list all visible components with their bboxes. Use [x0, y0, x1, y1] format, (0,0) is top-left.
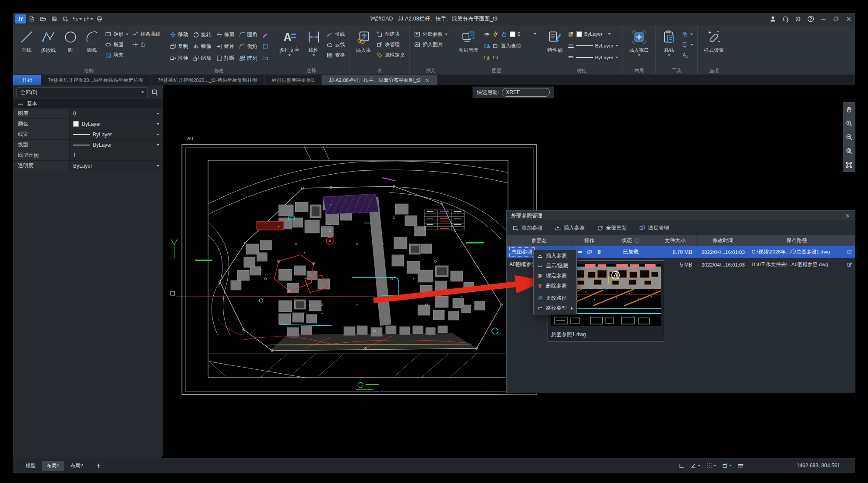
close-button[interactable] [842, 14, 855, 24]
fillet-button[interactable]: 圆角 [239, 29, 258, 40]
ellipse-button[interactable]: 椭圆 [105, 40, 128, 49]
dialog-close-icon[interactable] [845, 213, 851, 219]
delete-trash-icon[interactable] [596, 249, 602, 255]
layer-freeze-icon[interactable] [492, 54, 499, 61]
column-path[interactable]: 保存路径 [750, 235, 844, 246]
menu-show-hide[interactable]: 显示/隐藏 [534, 261, 576, 271]
tab-layout1[interactable]: 布局1 [42, 461, 64, 471]
layer-manager-button[interactable]: 图层管理 [457, 27, 480, 68]
polyline-button[interactable]: 多段线 [39, 27, 58, 68]
menu-lines-icon[interactable] [737, 463, 744, 469]
match-properties-button[interactable]: 特性刷 [545, 27, 564, 68]
undo-button[interactable] [71, 14, 82, 24]
column-ops[interactable]: 操作 [572, 235, 608, 246]
paste-button[interactable]: 粘贴 [660, 27, 678, 68]
layer-dropdown-caret[interactable] [534, 33, 536, 35]
restore-button[interactable] [830, 14, 842, 24]
menu-change-path[interactable]: 更改路径 [534, 293, 576, 303]
visibility-eye-icon[interactable] [577, 249, 583, 255]
bind-icon[interactable] [587, 249, 592, 255]
attribute-def-button[interactable]: 属性定义 [376, 51, 405, 60]
xref-button[interactable]: 外部参照 [414, 30, 447, 39]
zoom-extents-icon[interactable] [845, 161, 853, 169]
create-block-button[interactable]: 创建块 [376, 30, 405, 39]
column-modified[interactable]: 修改时间 [696, 235, 750, 246]
cut-clip-button[interactable] [682, 40, 693, 49]
open-file-button[interactable] [37, 14, 48, 24]
menu-path-type[interactable]: 路径类型 [534, 303, 576, 313]
column-status[interactable]: 状态 [607, 235, 654, 246]
tab-layout2[interactable]: 布局2 [65, 461, 87, 471]
tab-doc4-current[interactable]: JJ-A2.08栏杆、扶手、绿篱分布平面图_t3 [322, 75, 437, 85]
layer-value-dropdown[interactable]: 0 [70, 108, 163, 118]
column-size[interactable]: 文件大小 [654, 235, 696, 246]
add-reference-button[interactable]: 添加参照 [512, 224, 542, 232]
save-button[interactable] [48, 14, 60, 24]
scale-button[interactable]: 缩放 [193, 53, 212, 64]
print-button[interactable] [94, 14, 105, 24]
color-value-dropdown[interactable]: ByLayer [70, 119, 163, 129]
extend-button[interactable]: 延伸 [216, 41, 235, 52]
layer-lock-icon[interactable] [501, 31, 508, 37]
edit-path-icon[interactable] [847, 249, 852, 255]
transparency-value-dropdown[interactable]: ByLayer [70, 161, 163, 171]
new-file-button[interactable] [26, 14, 37, 24]
zoom-out-icon[interactable] [845, 133, 853, 141]
find-text-button[interactable] [682, 51, 693, 60]
update-all-button[interactable]: 全部更新 [597, 224, 627, 232]
menu-insert-reference[interactable]: 插入参照 [534, 251, 576, 261]
insert-viewport-button[interactable]: 插入视口 [627, 27, 651, 68]
hatch-button[interactable]: 填充 [105, 51, 128, 60]
column-name[interactable]: 参照名 [507, 235, 572, 246]
circle-button[interactable]: 圆 [61, 27, 80, 68]
color-control[interactable]: ByLayer [568, 29, 618, 39]
insert-block-button[interactable]: 插入块 [354, 27, 373, 68]
revcloud-button[interactable]: 云线 [326, 40, 345, 49]
tab-doc3[interactable]: 标准层照明平面图1 [265, 75, 322, 85]
move-button[interactable]: 移动 [170, 29, 188, 40]
help-icon[interactable] [804, 14, 817, 24]
spline-button[interactable]: 样条曲线 [132, 30, 161, 39]
table-button[interactable]: 表格 [326, 51, 345, 60]
rotate-button[interactable]: 旋转 [193, 29, 212, 40]
layer-walk-icon[interactable] [484, 54, 490, 61]
menu-bind-reference[interactable]: 绑定参照 [534, 271, 576, 281]
menu-delete-reference[interactable]: 删除参照 [534, 281, 576, 291]
linetype-value-dropdown[interactable]: ByLayer [70, 140, 163, 150]
polar-tracking-icon[interactable] [690, 463, 700, 469]
lineweight-control[interactable]: ByLayer [568, 41, 618, 51]
rectangle-button[interactable]: 矩形 [105, 30, 128, 39]
point-button[interactable]: 点 [132, 40, 161, 49]
copy-button[interactable]: 复制 [170, 41, 188, 52]
minimize-button[interactable] [817, 14, 830, 24]
snap-grid-icon[interactable] [706, 463, 716, 469]
ortho-mode-icon[interactable] [678, 463, 685, 469]
tab-close-icon[interactable] [424, 78, 430, 83]
insert-image-button[interactable]: 插入图片 [414, 40, 447, 49]
linear-dim-button[interactable]: 线性 [305, 27, 323, 68]
sketch-pen-button[interactable] [262, 29, 269, 40]
style-settings-button[interactable]: 样式设置 [702, 27, 726, 68]
viewport-status-icon[interactable] [722, 463, 732, 469]
redo-button[interactable] [82, 14, 94, 24]
layer-visibility-icon[interactable] [484, 31, 490, 37]
quick-launch-input[interactable]: XREF [502, 88, 550, 97]
current-layer-value[interactable]: 0 [518, 31, 520, 37]
selection-filter-dropdown[interactable]: 全部(0) [17, 88, 148, 97]
layer-color-swatch[interactable] [510, 31, 515, 37]
region-button[interactable] [262, 41, 269, 52]
tab-start[interactable]: 开始 [13, 75, 41, 85]
layer-manager-button[interactable]: 图层管理 [639, 224, 669, 232]
trim-button[interactable]: 修剪 [216, 29, 235, 40]
quick-select-button[interactable] [149, 88, 161, 97]
ltscale-value[interactable]: 1 [70, 150, 163, 160]
dialog-title-bar[interactable]: 外部参照管理 [507, 211, 855, 220]
copy-clip-button[interactable] [682, 30, 693, 39]
app-logo-icon[interactable]: H [15, 14, 26, 24]
leader-button[interactable]: 引线 [326, 30, 345, 39]
zoom-in-icon[interactable] [845, 120, 853, 127]
block-manager-button[interactable]: 块管理 [376, 40, 405, 49]
settings-gear-icon[interactable] [792, 14, 804, 24]
zoom-window-icon[interactable] [845, 147, 853, 155]
stretch-button[interactable]: 拉伸 [170, 53, 188, 64]
